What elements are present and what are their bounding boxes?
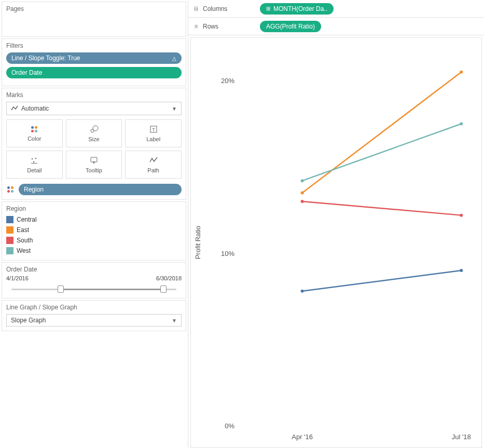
param-value: Slope Graph xyxy=(11,317,46,324)
param-title: Line Graph / Slope Graph xyxy=(6,304,182,311)
rows-pill[interactable]: AGG(Profit Ratio) xyxy=(260,21,321,32)
series-point[interactable] xyxy=(301,191,304,194)
legend-title: Region xyxy=(6,205,182,212)
svg-point-6 xyxy=(33,161,34,162)
orderdate-card: Order Date 4/1/2016 6/30/2018 xyxy=(2,262,186,298)
marks-label-button[interactable]: T Label xyxy=(125,119,182,147)
chart: Profit Ratio 0%10%20% Apr '16Jul '18 xyxy=(190,37,482,448)
legend-item[interactable]: South xyxy=(6,235,182,246)
date-slider[interactable] xyxy=(11,284,176,294)
pages-card: Pages xyxy=(2,2,186,37)
filter-pill-toggle[interactable]: Line / Slope Toggle: True △ xyxy=(6,52,182,64)
filter-pill-orderdate[interactable]: Order Date xyxy=(6,67,182,78)
marks-path-button[interactable]: Path xyxy=(125,151,182,179)
series-line[interactable] xyxy=(302,201,462,215)
marks-tooltip-button[interactable]: Tooltip xyxy=(66,151,122,179)
marks-path-label: Path xyxy=(147,167,159,173)
marks-type-select[interactable]: Automatic ▼ xyxy=(6,102,182,115)
marks-type-value: Automatic xyxy=(21,105,49,112)
marks-size-label: Size xyxy=(88,136,99,142)
legend-item[interactable]: East xyxy=(6,225,182,235)
marks-detail-button[interactable]: Detail xyxy=(6,151,63,179)
date-from: 4/1/2016 xyxy=(6,275,29,281)
y-tick: 20% xyxy=(209,77,234,85)
svg-text:T: T xyxy=(152,127,155,132)
slider-handle-start[interactable] xyxy=(58,286,64,293)
filters-title: Filters xyxy=(6,42,182,49)
svg-point-5 xyxy=(35,158,36,159)
x-tick: Jul '18 xyxy=(452,433,471,441)
y-axis-label: Profit Ratio xyxy=(194,226,202,259)
filter-pill-toggle-label: Line / Slope Toggle: True xyxy=(11,55,80,62)
series-point[interactable] xyxy=(460,269,463,272)
slider-handle-end[interactable] xyxy=(160,286,167,293)
svg-rect-7 xyxy=(31,163,37,164)
columns-pill-label: MONTH(Order Da.. xyxy=(273,5,327,12)
marks-region-pill[interactable]: Region xyxy=(19,184,182,195)
tooltip-icon xyxy=(89,156,99,165)
chevron-down-icon: ▼ xyxy=(172,106,177,112)
path-icon xyxy=(149,156,158,165)
marks-title: Marks xyxy=(6,91,182,99)
marks-tooltip-label: Tooltip xyxy=(86,167,102,173)
rows-icon: ≡ xyxy=(192,23,200,30)
svg-point-4 xyxy=(32,158,33,159)
rows-pill-label: AGG(Profit Ratio) xyxy=(266,23,315,30)
legend-swatch xyxy=(6,237,13,244)
filters-card: Filters Line / Slope Toggle: True △ Orde… xyxy=(2,38,186,86)
detail-icon xyxy=(30,156,39,165)
legend-swatch xyxy=(6,216,13,223)
series-point[interactable] xyxy=(301,200,304,203)
color-icon xyxy=(30,125,38,133)
rows-label: Rows xyxy=(203,23,218,30)
delta-icon: △ xyxy=(172,56,176,61)
marks-card: Marks Automatic ▼ Color Size T xyxy=(2,88,186,200)
param-card: Line Graph / Slope Graph Slope Graph ▼ xyxy=(2,300,186,331)
marks-color-button[interactable]: Color xyxy=(6,119,63,147)
legend-label: East xyxy=(17,226,29,234)
legend-label: South xyxy=(17,237,33,244)
columns-label: Columns xyxy=(203,5,227,12)
color-icon xyxy=(6,185,15,194)
marks-region-pill-label: Region xyxy=(24,186,44,193)
svg-marker-9 xyxy=(93,162,95,164)
legend-label: Central xyxy=(17,216,37,223)
series-point[interactable] xyxy=(460,214,463,217)
legend-card: Region CentralEastSouthWest xyxy=(2,201,186,261)
x-tick: Apr '16 xyxy=(292,433,313,441)
marks-size-button[interactable]: Size xyxy=(66,119,122,147)
rows-shelf[interactable]: ≡ Rows AGG(Profit Ratio) xyxy=(188,18,484,35)
automatic-line-icon xyxy=(11,105,18,112)
marks-detail-label: Detail xyxy=(27,167,42,173)
svg-rect-8 xyxy=(91,157,97,162)
legend-item[interactable]: Central xyxy=(6,214,182,225)
series-point[interactable] xyxy=(460,71,463,74)
marks-label-label: Label xyxy=(146,136,160,142)
size-icon xyxy=(89,125,99,134)
series-point[interactable] xyxy=(460,123,463,126)
legend-item[interactable]: West xyxy=(6,246,182,256)
svg-point-1 xyxy=(93,126,98,131)
legend-swatch xyxy=(6,247,13,254)
series-point[interactable] xyxy=(301,290,304,293)
legend-label: West xyxy=(17,247,31,254)
columns-pill[interactable]: ⊞ MONTH(Order Da.. xyxy=(260,3,334,15)
pages-title: Pages xyxy=(6,5,182,12)
columns-shelf[interactable]: iii Columns ⊞ MONTH(Order Da.. xyxy=(188,0,484,18)
series-point[interactable] xyxy=(301,179,304,182)
marks-color-label: Color xyxy=(27,135,41,142)
date-to: 6/30/2018 xyxy=(156,275,182,281)
columns-icon: iii xyxy=(192,5,200,12)
legend-swatch xyxy=(6,226,13,234)
series-line[interactable] xyxy=(302,270,462,291)
label-icon: T xyxy=(149,125,158,134)
y-tick: 10% xyxy=(209,249,234,257)
plus-icon: ⊞ xyxy=(266,6,270,11)
orderdate-title: Order Date xyxy=(6,266,182,273)
filter-pill-orderdate-label: Order Date xyxy=(11,69,42,76)
chevron-down-icon: ▼ xyxy=(172,318,177,323)
param-select[interactable]: Slope Graph ▼ xyxy=(6,314,182,327)
